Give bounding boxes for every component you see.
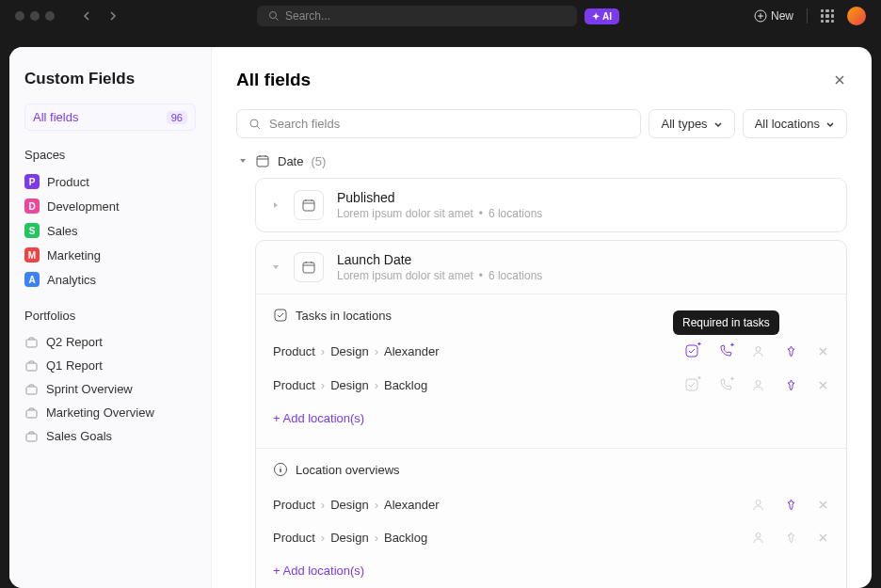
portfolio-label: Q2 Report: [46, 335, 103, 349]
svg-point-17: [756, 501, 761, 505]
briefcase-icon: [24, 405, 39, 420]
sidebar-space-item[interactable]: AAnalytics: [24, 267, 196, 292]
svg-point-13: [756, 346, 761, 351]
sidebar-portfolio-item[interactable]: Marketing Overview: [24, 401, 196, 424]
location-row: Product› Design› Backlog: [273, 521, 829, 554]
nav-arrows: [77, 7, 122, 25]
svg-point-18: [756, 533, 761, 538]
spaces-section-label: Spaces: [24, 148, 196, 162]
space-label: Marketing: [47, 248, 101, 262]
nav-back-button[interactable]: [77, 7, 96, 25]
calendar-icon: [294, 190, 324, 220]
user-avatar[interactable]: [847, 7, 866, 25]
content-area: All fields Search fields All types All l…: [212, 47, 872, 588]
space-label: Sales: [47, 224, 78, 238]
chevron-down-icon: [825, 119, 835, 129]
group-header-date[interactable]: Date (5): [236, 153, 847, 168]
search-placeholder: Search...: [285, 9, 330, 23]
close-icon: [832, 72, 847, 87]
required-toggle-icon[interactable]: ✦: [684, 377, 699, 392]
breadcrumb[interactable]: Product› Design› Alexander: [273, 498, 751, 512]
field-row[interactable]: Launch Date Lorem ipsum dolor sit amet•6…: [256, 241, 846, 294]
phone-icon[interactable]: ✦: [718, 378, 732, 392]
svg-rect-6: [26, 434, 37, 441]
window-minimize-icon[interactable]: [30, 11, 40, 21]
breadcrumb[interactable]: Product› Design› Alexander: [273, 344, 684, 358]
field-row[interactable]: Published Lorem ipsum dolor sit amet•6 l…: [256, 179, 846, 231]
close-button[interactable]: [832, 72, 847, 87]
svg-rect-10: [303, 262, 314, 273]
sparkle-dot-icon: ✦: [697, 341, 702, 348]
pin-icon[interactable]: [784, 378, 798, 392]
close-icon: [817, 499, 829, 511]
field-card-launch-date: Launch Date Lorem ipsum dolor sit amet•6…: [255, 240, 847, 588]
new-button[interactable]: New: [754, 9, 793, 23]
add-location-button[interactable]: + Add location(s): [273, 402, 829, 435]
sidebar-space-item[interactable]: MMarketing: [24, 243, 196, 267]
sidebar-title: Custom Fields: [24, 70, 196, 88]
sidebar-portfolio-item[interactable]: Sales Goals: [24, 424, 196, 448]
global-search-input[interactable]: Search...: [257, 6, 577, 26]
svg-rect-8: [257, 156, 268, 167]
filter-locations-button[interactable]: All locations: [743, 109, 847, 138]
remove-location-button[interactable]: [817, 379, 829, 391]
sparkle-dot-icon: ✦: [729, 342, 735, 349]
group-count: (5): [311, 154, 326, 168]
portfolio-label: Sprint Overview: [46, 382, 133, 396]
space-label: Product: [47, 175, 89, 189]
remove-location-button[interactable]: [817, 345, 829, 358]
field-meta: Lorem ipsum dolor sit amet•6 locations: [337, 207, 831, 220]
breadcrumb[interactable]: Product› Design› Backlog: [273, 378, 684, 392]
window-controls: [15, 11, 55, 21]
remove-location-button[interactable]: [817, 532, 829, 544]
sidebar-space-item[interactable]: SSales: [24, 218, 196, 243]
required-toggle-icon[interactable]: ✦: [684, 343, 699, 358]
sidebar-all-fields[interactable]: All fields 96: [24, 103, 196, 131]
topbar: Search... ✦ AI New: [0, 0, 881, 32]
person-icon[interactable]: [751, 498, 765, 512]
pin-icon[interactable]: [784, 344, 798, 358]
phone-icon[interactable]: ✦: [718, 344, 732, 358]
sidebar-space-item[interactable]: DDevelopment: [24, 194, 196, 218]
sidebar-portfolio-item[interactable]: Q2 Report: [24, 330, 196, 354]
task-check-icon: [273, 308, 288, 323]
briefcase-icon: [24, 358, 39, 373]
calendar-icon: [255, 153, 270, 168]
space-label: Analytics: [47, 273, 96, 287]
filter-types-button[interactable]: All types: [649, 109, 734, 138]
pin-icon[interactable]: [784, 498, 798, 512]
caret-down-icon: [271, 262, 280, 272]
briefcase-icon: [24, 382, 39, 396]
window-zoom-icon[interactable]: [45, 11, 55, 21]
breadcrumb[interactable]: Product› Design› Backlog: [273, 531, 751, 545]
tasks-in-locations-section: Tasks in locations Product› Design› Alex…: [256, 294, 846, 449]
remove-location-button[interactable]: [817, 499, 829, 511]
chevron-right-icon: [107, 10, 119, 22]
sidebar-portfolio-item[interactable]: Sprint Overview: [24, 377, 196, 401]
sidebar: Custom Fields All fields 96 Spaces PProd…: [9, 47, 212, 588]
search-fields-input[interactable]: Search fields: [236, 109, 641, 138]
person-icon[interactable]: [751, 378, 765, 392]
plus-circle-icon: [754, 9, 767, 23]
add-location-button[interactable]: + Add location(s): [273, 554, 829, 587]
window-close-icon[interactable]: [15, 11, 24, 21]
calendar-icon: [294, 252, 324, 282]
ai-label: AI: [602, 11, 612, 22]
ai-button[interactable]: ✦ AI: [585, 8, 619, 24]
location-row: Product› Design› Alexander: [273, 488, 829, 521]
pin-icon[interactable]: [784, 531, 798, 545]
briefcase-icon: [24, 429, 39, 443]
sparkle-icon: ✦: [592, 11, 600, 22]
person-icon[interactable]: [751, 531, 765, 545]
space-color-icon: P: [24, 174, 40, 189]
close-icon: [817, 379, 829, 391]
person-icon[interactable]: [751, 344, 765, 358]
search-icon: [268, 10, 280, 22]
sidebar-portfolio-item[interactable]: Q1 Report: [24, 354, 196, 377]
sidebar-space-item[interactable]: PProduct: [24, 169, 196, 194]
nav-forward-button[interactable]: [104, 7, 122, 25]
page-title: All fields: [236, 70, 311, 90]
close-icon: [817, 345, 829, 358]
apps-icon[interactable]: [821, 9, 834, 23]
sparkle-dot-icon: ✦: [729, 375, 735, 383]
